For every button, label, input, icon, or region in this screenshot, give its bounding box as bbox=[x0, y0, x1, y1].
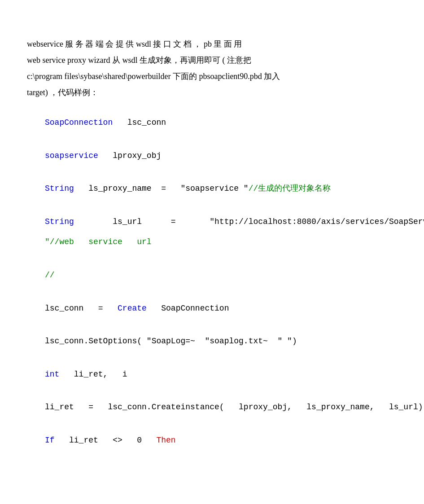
code-line-6: // bbox=[45, 267, 397, 285]
lproxy-var: lproxy_obj bbox=[98, 151, 161, 160]
code-line-9: int li_ret, i bbox=[45, 366, 397, 384]
code-line-1: SoapConnection lsc_conn bbox=[45, 114, 397, 132]
create-conn: lsc_conn = bbox=[45, 304, 118, 313]
if-kw: If bbox=[45, 436, 55, 445]
empty-line-5 bbox=[45, 287, 397, 297]
intro-line2: web service proxy wizard 从 wsdl 生成对象，再调用… bbox=[27, 56, 251, 65]
proxy-comment: //生成的代理对象名称 bbox=[249, 184, 331, 193]
empty-line-4 bbox=[45, 254, 397, 264]
set-options: lsc_conn.SetOptions( "SoapLog=~ "soaplog… bbox=[45, 337, 297, 346]
soapservice-kw: soapservice bbox=[45, 151, 98, 160]
code-line-11: If li_ret <> 0 Then bbox=[45, 432, 397, 450]
int-kw: int bbox=[45, 370, 59, 379]
code-line-8: lsc_conn.SetOptions( "SoapLog=~ "soaplog… bbox=[45, 333, 397, 351]
soap-connection-kw: SoapConnection bbox=[45, 118, 113, 127]
empty-line-9 bbox=[45, 419, 397, 429]
string-kw-2: String bbox=[45, 217, 74, 226]
then-kw: Then bbox=[156, 436, 175, 445]
code-line-2: soapservice lproxy_obj bbox=[45, 147, 397, 165]
url-var: ls_url = "http://localhost:8080/axis/ser… bbox=[74, 217, 424, 226]
soap-connection-create: SoapConnection bbox=[147, 304, 229, 313]
double-slash-comment: // bbox=[45, 271, 55, 280]
empty-line-3 bbox=[45, 201, 397, 210]
string-kw-1: String bbox=[45, 184, 74, 193]
empty-line-8 bbox=[45, 386, 397, 396]
code-block: SoapConnection lsc_conn soapservice lpro… bbox=[45, 114, 397, 450]
page-container: webservice 服 务 器 端 会 提 供 wsdl 接 口 文 档 ， … bbox=[0, 0, 424, 504]
empty-line-6 bbox=[45, 320, 397, 330]
empty-line-2 bbox=[45, 167, 397, 177]
code-line-7: lsc_conn = Create SoapConnection bbox=[45, 300, 397, 318]
url-comment: "//web service url bbox=[45, 237, 152, 246]
int-vars: li_ret, i bbox=[59, 370, 127, 379]
proxy-name-var: ls_proxy_name = "soapservice " bbox=[74, 184, 249, 193]
intro-line3: c:\program files\sybase\shared\powerbuil… bbox=[27, 72, 280, 81]
intro-paragraph: webservice 服 务 器 端 会 提 供 wsdl 接 口 文 档 ， … bbox=[27, 36, 397, 101]
intro-line4: target) ，代码样例： bbox=[27, 88, 98, 97]
create-instance: li_ret = lsc_conn.Createinstance( lproxy… bbox=[45, 403, 423, 412]
code-line-4: String ls_url = "http://localhost:8080/a… bbox=[45, 213, 397, 231]
empty-line-1 bbox=[45, 135, 397, 145]
empty-line-7 bbox=[45, 353, 397, 363]
code-line-5: "//web service url bbox=[45, 233, 397, 251]
lsc-conn-var: lsc_conn bbox=[113, 118, 166, 127]
create-kw: Create bbox=[118, 304, 147, 313]
code-line-3: String ls_proxy_name = "soapservice "//生… bbox=[45, 180, 397, 198]
condition: li_ret <> 0 bbox=[55, 436, 157, 445]
intro-line1: webservice 服 务 器 端 会 提 供 wsdl 接 口 文 档 ， … bbox=[27, 39, 242, 48]
code-line-10: li_ret = lsc_conn.Createinstance( lproxy… bbox=[45, 399, 397, 416]
